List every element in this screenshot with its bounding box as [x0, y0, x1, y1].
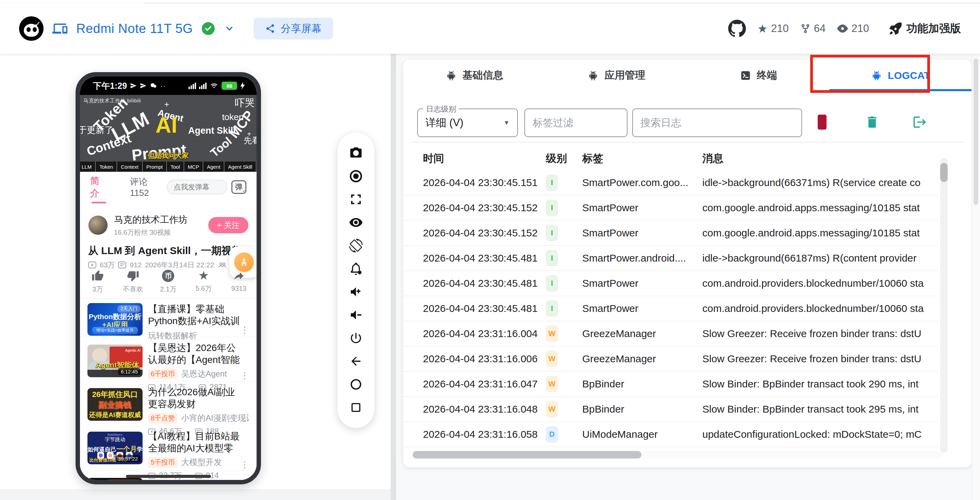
- video-thumbnail: [88, 478, 143, 480]
- list-item[interactable]: 2天入门 Python数据分析 +AI应用 理论+实战=效率提升 【直播课】零基…: [80, 300, 256, 337]
- list-item[interactable]: ByteDance字节跳动 如何逼自己一个月学完 比付费强10倍 学完 39:5…: [80, 424, 256, 471]
- back-button[interactable]: [348, 354, 363, 369]
- log-row[interactable]: 2026-04-04 23:31:16.047WBpBinderSlow Bin…: [403, 372, 938, 397]
- coin-button[interactable]: 币 2.1万: [151, 270, 186, 295]
- home-indicator[interactable]: [126, 475, 211, 478]
- log-row[interactable]: 2026-04-04 23:31:16.058DUiModeManagerupd…: [403, 422, 938, 447]
- chapter-bar: LLMTokenContextPromptToolMCPAgentAgent S…: [80, 162, 256, 172]
- enhanced-version-link[interactable]: 功能加强版: [889, 21, 961, 36]
- like-button[interactable]: 3万: [80, 270, 115, 295]
- log-row[interactable]: 2026-04-04 23:31:16.048WBpBinderSlow Bin…: [403, 397, 938, 422]
- log-level-badge: W: [546, 351, 558, 367]
- dislike-button[interactable]: 不喜欢: [115, 270, 151, 295]
- log-message: com.android.providers.blockednumber/1006…: [702, 278, 938, 289]
- github-stars[interactable]: ★ 210: [757, 22, 789, 35]
- log-level-badge: W: [546, 325, 558, 342]
- col-message: 消息: [702, 151, 972, 166]
- log-row[interactable]: 2026-04-04 23:31:16.006WGreezeManagerSlo…: [403, 347, 938, 372]
- more-options-icon[interactable]: ⋮: [240, 325, 249, 335]
- duration-badge: 6:12:45: [118, 368, 140, 375]
- export-logs-button[interactable]: [911, 113, 929, 131]
- record-icon: [349, 169, 363, 183]
- tab-intro[interactable]: 简介: [90, 175, 108, 199]
- share-arrow-icon: [233, 270, 245, 282]
- fullscreen-button[interactable]: [348, 192, 363, 207]
- wechat-icon: [150, 82, 157, 89]
- chapter-item[interactable]: LLM: [80, 162, 95, 172]
- log-level-badge: W: [546, 401, 558, 417]
- log-time: 2026-04-04 23:30:45.481: [403, 252, 546, 264]
- log-horizontal-scrollbar[interactable]: [411, 451, 942, 459]
- app-logo-panda[interactable]: ✓: [19, 16, 43, 41]
- list-item[interactable]: 26年抓住风口 副业搞钱 还得是AI赛道权威 为什么2026做Ai副业更容易发财…: [80, 382, 256, 424]
- favorite-button[interactable]: ★ 5.6万: [186, 270, 221, 295]
- video-player[interactable]: 马克的技术工作坊 bilibili +吓哭TokenAgenttoken于更新了…: [80, 95, 256, 172]
- volume-down-button[interactable]: [348, 308, 363, 322]
- screenshot-button[interactable]: [348, 146, 363, 160]
- log-row[interactable]: 2026-04-04 23:30:45.481ISmartPowercom.an…: [403, 271, 938, 296]
- panel-splitter[interactable]: [391, 54, 396, 500]
- hide-screen-button[interactable]: [348, 215, 363, 230]
- share-screen-button[interactable]: 分享屏幕: [253, 18, 333, 40]
- home-button[interactable]: [348, 377, 363, 392]
- rec-title: 【AI教程】目前B站最全最细的AI大模型零基础全套教程，2026最新版...: [148, 430, 249, 454]
- tab-app-management[interactable]: 应用管理: [546, 60, 688, 91]
- list-item[interactable]: Agentic AI Agent智能体 6:12:45 【吴恩达】2026年公认…: [80, 337, 256, 382]
- log-level-badge: W: [546, 376, 558, 392]
- chapter-item[interactable]: Agent: [203, 162, 224, 172]
- recents-button[interactable]: [348, 400, 363, 415]
- scrollbar-thumb[interactable]: [413, 451, 641, 459]
- power-button[interactable]: [348, 331, 363, 346]
- log-row[interactable]: 2026-04-04 23:30:45.481ISmartPower.andro…: [403, 246, 938, 271]
- device-dropdown-icon[interactable]: [224, 23, 235, 34]
- device-name[interactable]: Redmi Note 11T 5G: [76, 21, 193, 36]
- stop-capture-button[interactable]: [818, 114, 827, 130]
- follow-button[interactable]: + 关注: [208, 217, 248, 233]
- channel-avatar[interactable]: [88, 215, 108, 235]
- chapter-item[interactable]: Context: [117, 162, 143, 172]
- log-row[interactable]: 2026-04-04 23:30:45.152ISmartPowercom.go…: [403, 221, 938, 246]
- danmaku-input[interactable]: [167, 179, 227, 195]
- danmaku-toggle[interactable]: 弹✓: [231, 180, 247, 194]
- page-scrollbar[interactable]: [972, 54, 980, 500]
- log-vertical-scrollbar[interactable]: [940, 158, 948, 453]
- log-search-input[interactable]: [633, 109, 801, 137]
- tab-comments[interactable]: 评论 1152: [130, 176, 167, 198]
- more-options-icon[interactable]: ⋮: [240, 460, 249, 470]
- video-title[interactable]: 从 LLM 到 Agent Skill，一期视频带你打通底...: [88, 244, 238, 258]
- scrollbar-thumb[interactable]: [974, 59, 978, 205]
- log-tag: SmartPower.android....: [582, 252, 702, 264]
- chapter-item[interactable]: Tool: [167, 162, 184, 172]
- channel-name[interactable]: 马克的技术工作坊: [114, 214, 188, 226]
- tag-filter-input[interactable]: [525, 109, 627, 137]
- clear-logs-button[interactable]: [863, 113, 881, 131]
- notification-settings-button[interactable]: [348, 261, 363, 276]
- log-row[interactable]: 2026-04-04 23:30:45.152ISmartPowercom.go…: [403, 195, 938, 221]
- record-screen-button[interactable]: [348, 169, 363, 184]
- github-watchers[interactable]: 210: [837, 22, 869, 35]
- tab-basic-info[interactable]: 基础信息: [403, 60, 546, 91]
- more-options-icon[interactable]: ⋮: [240, 413, 249, 423]
- rotate-screen-button[interactable]: [348, 238, 363, 253]
- log-row[interactable]: 2026-04-04 23:30:45.151ISmartPower.com.g…: [403, 170, 938, 195]
- chapter-item[interactable]: Token: [95, 162, 117, 172]
- home-circle-icon: [350, 378, 363, 391]
- scrollbar-thumb[interactable]: [940, 163, 948, 182]
- log-message: Slow Greezer: Receive frozen binder tran…: [702, 328, 938, 340]
- rec-channel: 小宵的AI漫剧变现记: [181, 413, 249, 424]
- phone-screen[interactable]: 下午1:29 ·· 88 马克的技术工作坊 bilibil: [80, 76, 256, 480]
- volume-up-button[interactable]: [348, 284, 363, 299]
- more-options-icon[interactable]: ⋮: [240, 370, 249, 381]
- share-video-button[interactable]: 9313: [221, 270, 256, 295]
- tab-terminal[interactable]: 终端: [687, 60, 830, 91]
- log-tag: SmartPower: [582, 278, 702, 289]
- chapter-item[interactable]: Prompt: [143, 162, 167, 172]
- log-row[interactable]: 2026-04-04 23:31:16.004WGreezeManagerSlo…: [403, 321, 938, 347]
- github-forks[interactable]: 64: [800, 22, 826, 35]
- share-icon: [265, 24, 275, 34]
- chapter-item[interactable]: MCP: [184, 162, 203, 172]
- log-row[interactable]: 2026-04-04 23:30:45.481ISmartPowercom.an…: [403, 296, 938, 321]
- log-level-select[interactable]: 日志级别 详细 (V) ▼: [417, 108, 518, 137]
- github-icon[interactable]: [728, 20, 746, 37]
- chapter-item[interactable]: Agent Skill: [224, 162, 256, 172]
